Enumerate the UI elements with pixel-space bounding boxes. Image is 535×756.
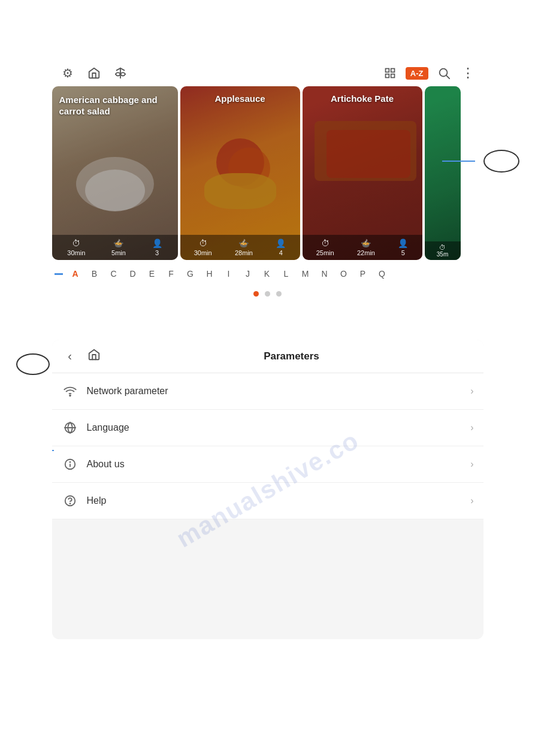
grid-icon[interactable] — [382, 65, 398, 81]
language-label: Language — [87, 422, 463, 433]
card-stat-cook-0: 🍲 5min — [111, 238, 126, 256]
alpha-letter-p[interactable]: P — [354, 265, 372, 283]
dot-2[interactable] — [265, 291, 270, 297]
help-icon — [62, 492, 78, 509]
search-icon[interactable] — [436, 65, 452, 81]
toolbar-right: A-Z ⋮ — [382, 65, 476, 81]
timer-icon-1: ⏱ — [199, 238, 207, 248]
card-stat-cook-2: 🍲 22min — [357, 238, 375, 256]
recipe-card-0[interactable]: American cabbage and carrot salad ⏱ 30mi… — [52, 86, 178, 260]
settings-icon[interactable]: ⚙ — [59, 65, 76, 81]
alpha-letter-k[interactable]: K — [258, 265, 276, 283]
network-chevron-icon: › — [470, 386, 473, 397]
persons-icon-2: 👤 — [398, 238, 408, 248]
menu-item-about[interactable]: About us › — [52, 446, 483, 483]
pot-icon-2: 🍲 — [361, 238, 371, 248]
card-stat-servings-2: 👤 5 — [398, 238, 408, 256]
alpha-letter-i[interactable]: I — [220, 265, 238, 283]
dot-1[interactable] — [253, 291, 259, 297]
timer-icon-2: ⏱ — [321, 238, 330, 248]
alpha-indicator — [55, 273, 63, 275]
card-stat-servings-0: 👤 3 — [152, 238, 162, 256]
svg-rect-2 — [391, 69, 394, 72]
annotation-line-top — [442, 161, 475, 162]
svg-point-7 — [69, 395, 71, 396]
alpha-letter-j[interactable]: J — [239, 265, 257, 283]
wifi-icon — [62, 383, 78, 400]
card-overlay-2 — [303, 86, 422, 260]
alpha-letter-q[interactable]: Q — [373, 265, 391, 283]
pot-icon-1: 🍲 — [238, 238, 249, 248]
bottom-spacer — [52, 519, 483, 639]
toolbar-left: ⚙ — [59, 65, 129, 81]
alpha-letter-o[interactable]: O — [335, 265, 353, 283]
annotation-circle-mid — [16, 353, 50, 375]
parameters-header: ‹ Parameters — [52, 340, 483, 373]
card-stat-cook-1: 🍲 28min — [235, 238, 253, 256]
timer-icon-3: ⏱ — [439, 244, 446, 251]
alpha-letter-e[interactable]: E — [143, 265, 161, 283]
svg-rect-4 — [391, 74, 394, 78]
card-overlay-3 — [425, 86, 461, 260]
globe-icon — [62, 419, 78, 436]
back-button[interactable]: ‹ — [62, 349, 78, 363]
menu-item-help[interactable]: Help › — [52, 483, 483, 519]
alpha-letter-d[interactable]: D — [124, 265, 142, 283]
card-stat-prep-1: ⏱ 30min — [194, 238, 212, 256]
network-parameter-label: Network parameter — [87, 386, 463, 397]
bottom-section: ‹ Parameters Network parameter › — [52, 340, 483, 639]
about-us-label: About us — [87, 459, 463, 470]
recipe-cards-strip: American cabbage and carrot salad ⏱ 30mi… — [52, 86, 483, 260]
alpha-letter-m[interactable]: M — [297, 265, 315, 283]
menu-item-language[interactable]: Language › — [52, 410, 483, 446]
card-footer-0: ⏱ 30min 🍲 5min 👤 3 — [52, 235, 178, 260]
svg-line-6 — [446, 75, 449, 78]
card-stat-servings-1: 👤 4 — [276, 238, 286, 256]
help-label: Help — [87, 495, 463, 506]
card-footer-2: ⏱ 25min 🍲 22min 👤 5 — [303, 235, 422, 260]
svg-rect-3 — [385, 74, 389, 78]
alpha-letter-c[interactable]: C — [105, 265, 123, 283]
card-title-2: Artichoke Pate — [303, 93, 422, 105]
card-title-0: American cabbage and carrot salad — [59, 95, 171, 117]
more-menu-icon[interactable]: ⋮ — [460, 65, 476, 81]
toolbar: ⚙ — [52, 60, 483, 86]
alpha-letter-f[interactable]: F — [162, 265, 180, 283]
alpha-letter-a[interactable]: A — [67, 265, 84, 283]
top-section: ⚙ — [52, 60, 483, 304]
persons-icon-0: 👤 — [152, 238, 162, 248]
card-footer-1: ⏱ 30min 🍲 28min 👤 4 — [180, 235, 300, 260]
home-icon[interactable] — [86, 65, 102, 81]
about-chevron-icon: › — [470, 459, 473, 470]
pot-icon-0: 🍲 — [113, 238, 123, 248]
recipe-card-2[interactable]: Artichoke Pate ⏱ 25min 🍲 22min 👤 5 — [303, 86, 422, 260]
annotation-line-about — [52, 450, 54, 451]
params-home-button[interactable] — [86, 348, 102, 364]
alpha-letter-h[interactable]: H — [201, 265, 219, 283]
alpha-navigation: A B C D E F G H I J K L M N O P Q — [52, 260, 483, 288]
menu-item-network[interactable]: Network parameter › — [52, 373, 483, 410]
alpha-letter-l[interactable]: L — [277, 265, 295, 283]
alpha-letter-n[interactable]: N — [316, 265, 334, 283]
persons-icon-1: 👤 — [276, 238, 286, 248]
annotation-circle-top — [483, 150, 519, 173]
card-overlay-1 — [180, 86, 300, 260]
balance-icon[interactable] — [112, 65, 129, 81]
pagination-dots — [52, 288, 483, 304]
alpha-letter-g[interactable]: G — [182, 265, 200, 283]
card-title-1: Applesauce — [180, 93, 300, 105]
card-footer-3: ⏱ 35m — [425, 241, 461, 260]
timer-icon-0: ⏱ — [72, 238, 80, 248]
card-stat-prep-2: ⏱ 25min — [316, 238, 334, 256]
dot-3[interactable] — [276, 291, 282, 297]
language-chevron-icon: › — [470, 422, 473, 433]
az-sort-button[interactable]: A-Z — [406, 67, 428, 80]
recipe-card-1[interactable]: Applesauce ⏱ 30min 🍲 28min 👤 4 — [180, 86, 300, 260]
recipe-card-3[interactable]: ⏱ 35m — [425, 86, 461, 260]
parameters-title: Parameters — [110, 350, 474, 362]
alpha-letter-b[interactable]: B — [86, 265, 104, 283]
info-icon — [62, 456, 78, 473]
card-stat-prep-0: ⏱ 30min — [67, 238, 85, 256]
help-chevron-icon: › — [470, 495, 473, 506]
svg-rect-1 — [385, 69, 389, 72]
